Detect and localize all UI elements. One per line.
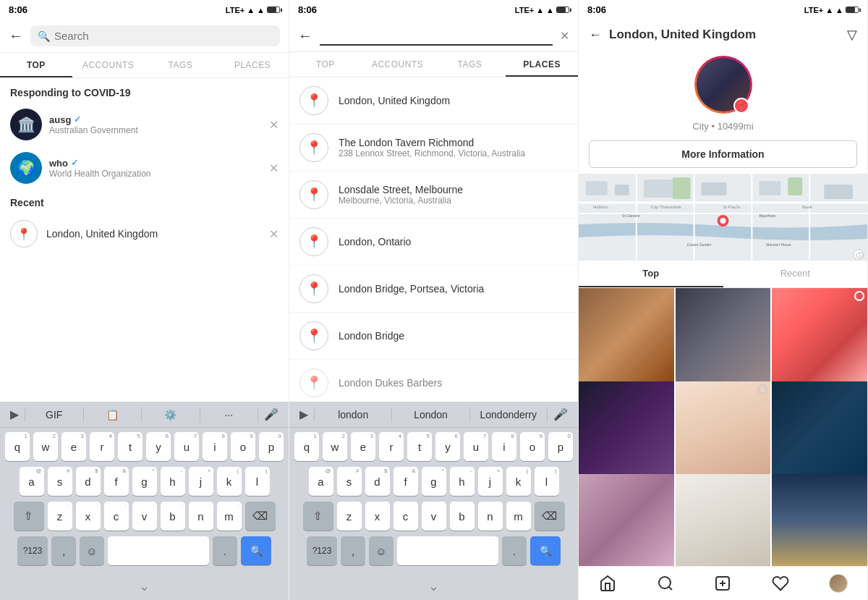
key2-f[interactable]: f& bbox=[393, 467, 418, 496]
dismiss-ausg[interactable]: ✕ bbox=[269, 118, 278, 132]
photo-cell-8[interactable] bbox=[676, 474, 771, 566]
more-info-button[interactable]: More Information bbox=[589, 140, 857, 168]
key-period[interactable]: . bbox=[213, 536, 237, 565]
nav-profile[interactable] bbox=[809, 574, 867, 593]
tab-top-1[interactable]: TOP bbox=[0, 53, 72, 77]
key2-w[interactable]: w2 bbox=[323, 432, 347, 461]
key-t[interactable]: t5 bbox=[118, 432, 142, 461]
key2-t[interactable]: t5 bbox=[407, 432, 432, 461]
result-item-2[interactable]: 📍 Lonsdale Street, Melbourne Melbourne, … bbox=[289, 172, 578, 219]
keyboard-handle-1[interactable]: ⌄ bbox=[0, 575, 289, 600]
key2-h[interactable]: h- bbox=[450, 467, 475, 496]
key2-q[interactable]: q1 bbox=[294, 432, 319, 461]
tab-tags-2[interactable]: TAGS bbox=[434, 52, 506, 77]
key-emoji[interactable]: ☺ bbox=[80, 536, 104, 565]
photo-tab-top[interactable]: Top bbox=[579, 261, 723, 287]
key2-x[interactable]: x bbox=[365, 502, 390, 531]
photo-tab-recent[interactable]: Recent bbox=[723, 261, 868, 287]
key2-shift[interactable]: ⇧ bbox=[303, 502, 333, 531]
suggest-1[interactable]: london bbox=[315, 409, 391, 421]
key-h[interactable]: h- bbox=[161, 467, 185, 496]
key-j[interactable]: j+ bbox=[189, 467, 213, 496]
key-b[interactable]: b· bbox=[161, 502, 185, 531]
result-item-0[interactable]: 📍 London, United Kingdom bbox=[289, 77, 578, 124]
key-v[interactable]: v· bbox=[132, 502, 157, 531]
key-u[interactable]: u7 bbox=[174, 432, 199, 461]
key-s[interactable]: s# bbox=[48, 467, 72, 496]
suggest-3[interactable]: Londonderry bbox=[470, 409, 547, 421]
key2-emoji[interactable]: ☺ bbox=[369, 536, 393, 565]
key-i[interactable]: i8 bbox=[203, 432, 227, 461]
clipboard-icon-1[interactable]: 📋 bbox=[84, 409, 142, 421]
gif-label-1[interactable]: GIF bbox=[25, 409, 83, 421]
back-button-1[interactable]: ← bbox=[9, 28, 23, 44]
key-k[interactable]: k( bbox=[217, 467, 242, 496]
key2-s[interactable]: s# bbox=[337, 467, 362, 496]
key2-l[interactable]: l) bbox=[535, 467, 559, 496]
tab-accounts-2[interactable]: ACCOUNTS bbox=[362, 52, 434, 77]
key2-a[interactable]: a@ bbox=[309, 467, 333, 496]
key2-period[interactable]: . bbox=[502, 536, 527, 565]
key2-b[interactable]: b bbox=[450, 502, 475, 531]
key2-r[interactable]: r4 bbox=[379, 432, 404, 461]
key2-backspace[interactable]: ⌫ bbox=[535, 502, 565, 531]
photo-cell-9[interactable] bbox=[772, 474, 867, 566]
search-input-1[interactable] bbox=[54, 30, 273, 42]
search-input-2[interactable]: london bbox=[321, 28, 551, 41]
key2-d[interactable]: d$ bbox=[365, 467, 390, 496]
settings-icon-1[interactable]: ⚙️ bbox=[142, 409, 200, 421]
key2-g[interactable]: g* bbox=[422, 467, 446, 496]
photo-cell-2[interactable] bbox=[676, 288, 771, 384]
key-q[interactable]: q1 bbox=[5, 432, 30, 461]
mic-icon-1[interactable]: 🎤 bbox=[258, 405, 284, 424]
tab-tags-1[interactable]: TAGS bbox=[145, 53, 217, 77]
key-c[interactable]: c· bbox=[104, 502, 129, 531]
key2-y[interactable]: y6 bbox=[435, 432, 460, 461]
location-map[interactable]: Holborn City Thameslink St Paul's Bank S… bbox=[579, 174, 867, 261]
photo-cell-7[interactable] bbox=[579, 474, 674, 566]
search-clear-2[interactable]: ✕ bbox=[560, 29, 569, 43]
tab-top-2[interactable]: TOP bbox=[289, 52, 362, 77]
more-icon-1[interactable]: ··· bbox=[200, 409, 258, 421]
photo-cell-5[interactable] bbox=[676, 381, 771, 477]
key-o[interactable]: o9 bbox=[231, 432, 255, 461]
key2-u[interactable]: u7 bbox=[464, 432, 488, 461]
expand-icon-2[interactable]: ▶ bbox=[294, 405, 314, 424]
photo-cell-6[interactable] bbox=[772, 381, 867, 477]
tab-places-1[interactable]: PLACES bbox=[216, 53, 289, 77]
photo-cell-1[interactable] bbox=[579, 288, 674, 384]
key-z[interactable]: z· bbox=[48, 502, 72, 531]
key2-e[interactable]: e3 bbox=[351, 432, 375, 461]
key-m[interactable]: m· bbox=[217, 502, 242, 531]
tab-accounts-1[interactable]: ACCOUNTS bbox=[72, 53, 145, 77]
mic-icon-2[interactable]: 🎤 bbox=[548, 405, 574, 424]
dismiss-recent[interactable]: ✕ bbox=[269, 227, 278, 241]
result-item-3[interactable]: 📍 London, Ontario bbox=[289, 219, 578, 266]
key-w[interactable]: w2 bbox=[33, 432, 58, 461]
nav-add[interactable] bbox=[694, 575, 752, 592]
key-x[interactable]: x· bbox=[76, 502, 101, 531]
key2-p[interactable]: p0 bbox=[548, 432, 573, 461]
recent-item-london[interactable]: 📍 London, United Kingdom ✕ bbox=[0, 213, 289, 255]
key-d[interactable]: d$ bbox=[76, 467, 101, 496]
suggest-2[interactable]: London bbox=[392, 409, 469, 421]
result-item-4[interactable]: 📍 London Bridge, Portsea, Victoria bbox=[289, 266, 578, 313]
key-backspace[interactable]: ⌫ bbox=[245, 502, 276, 531]
key-a[interactable]: a@ bbox=[20, 467, 44, 496]
photo-cell-4[interactable] bbox=[579, 381, 674, 477]
key-search[interactable]: 🔍 bbox=[241, 536, 271, 565]
result-item-1[interactable]: 📍 The London Tavern Richmond 238 Lennox … bbox=[289, 124, 578, 172]
dismiss-who[interactable]: ✕ bbox=[269, 161, 278, 175]
key-e[interactable]: e3 bbox=[61, 432, 86, 461]
keyboard-handle-2[interactable]: ⌄ bbox=[289, 575, 578, 600]
nav-home[interactable] bbox=[579, 575, 637, 592]
key2-z[interactable]: z bbox=[337, 502, 362, 531]
result-item-5[interactable]: 📍 London Bridge bbox=[289, 313, 578, 360]
tab-places-2[interactable]: PLACES bbox=[506, 52, 578, 77]
photo-cell-3[interactable] bbox=[772, 288, 867, 384]
key-shift[interactable]: ⇧ bbox=[14, 502, 44, 531]
nav-heart[interactable] bbox=[752, 575, 809, 592]
key-y[interactable]: y6 bbox=[146, 432, 171, 461]
key2-k[interactable]: k( bbox=[506, 467, 531, 496]
key-n[interactable]: n· bbox=[189, 502, 213, 531]
